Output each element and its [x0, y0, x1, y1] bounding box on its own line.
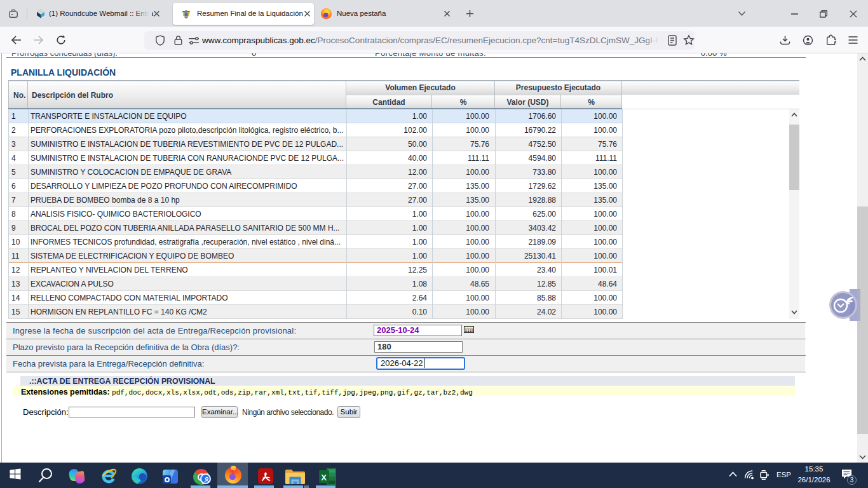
svg-text:X: X: [321, 473, 327, 482]
